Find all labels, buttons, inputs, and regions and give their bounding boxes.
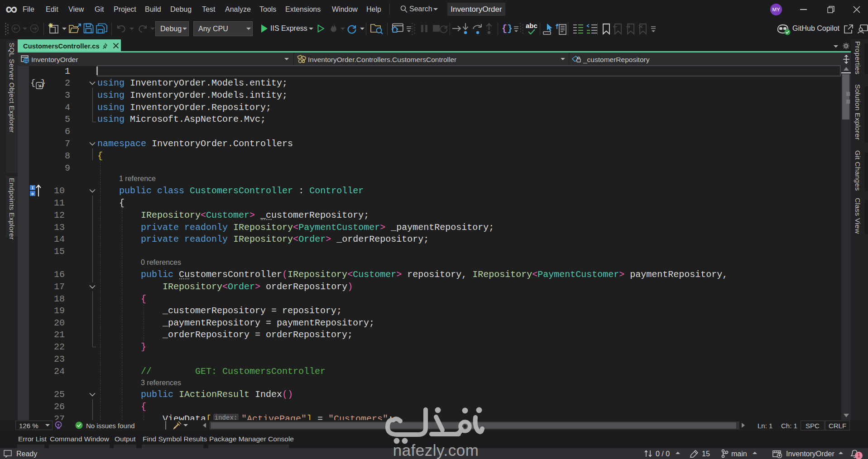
svg-text:I: I (31, 186, 34, 191)
svg-text:o: o (31, 192, 34, 196)
